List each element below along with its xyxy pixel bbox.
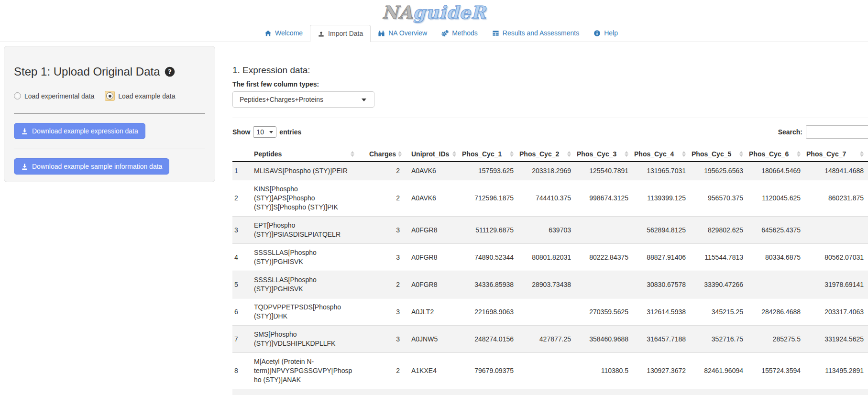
- search-input[interactable]: [806, 125, 868, 139]
- value-cell: 125540.7891: [574, 162, 631, 180]
- value-cell: 352716.75: [689, 326, 746, 353]
- value-cell: 511129.6875: [459, 217, 516, 244]
- radio-circle-checked[interactable]: [106, 92, 113, 99]
- expression-table: PeptidesChargesUniprot_IDsPhos_Cyc_1Phos…: [232, 147, 868, 389]
- peptide-cell: M[Acetyl (Protein N-term)]NPVYSPGSSGVPY[…: [252, 353, 366, 389]
- section-title: 1. Expression data:: [232, 65, 868, 76]
- table-controls: Show 10 entries Search:: [232, 125, 868, 139]
- download-sample-information-button[interactable]: Download example sample information data: [14, 158, 169, 175]
- value-cell: 110380.5: [574, 353, 631, 389]
- table-row[interactable]: 1MLISAVS[Phospho (STY)]PEIR2A0AVK6157593…: [232, 162, 868, 180]
- value-cell: 248274.0156: [459, 326, 516, 353]
- show-label: Show: [232, 128, 250, 136]
- charge-cell: 3: [366, 298, 404, 326]
- tab-results-assessments[interactable]: Results and Assessments: [485, 25, 586, 42]
- value-cell: 113495.2891: [803, 353, 868, 389]
- value-cell: 157593.625: [459, 162, 516, 180]
- upload-icon: [318, 30, 325, 37]
- column-header-Peptides[interactable]: Peptides: [252, 147, 366, 162]
- column-header-Phos_Cyc_5[interactable]: Phos_Cyc_5: [689, 147, 746, 162]
- table-row[interactable]: 5SSSSLLAS[Phospho (STY)]PGHISVK2A0FGR834…: [232, 271, 868, 298]
- logo-part-guider: guideR: [413, 2, 486, 23]
- radio-circle[interactable]: [14, 92, 21, 99]
- table-row[interactable]: 6TQDPVPPETPSDS[Phospho (STY)]DHK3A0JLT22…: [232, 298, 868, 326]
- page-length-select[interactable]: 10: [253, 126, 276, 138]
- value-cell: 203317.4063: [803, 298, 868, 326]
- uniprot-cell: A0FGR8: [404, 217, 459, 244]
- sort-icon: [351, 151, 354, 157]
- column-types-label: The first few column types:: [232, 80, 868, 88]
- column-header-Charges[interactable]: Charges: [366, 147, 404, 162]
- value-cell: 427877.25: [516, 326, 574, 353]
- chevron-down-icon: [362, 99, 366, 101]
- uniprot-cell: A0AVK6: [404, 162, 459, 180]
- column-types-select[interactable]: Peptides+Charges+Proteins: [232, 91, 374, 108]
- logo-part-na: NA: [382, 2, 413, 23]
- svg-text:?: ?: [168, 68, 172, 76]
- value-cell: 28903.73438: [516, 271, 574, 298]
- value-cell: 645625.4375: [746, 217, 803, 244]
- value-cell: 195625.6563: [689, 162, 746, 180]
- value-cell: 712596.1875: [459, 180, 516, 217]
- charge-cell: 3: [366, 217, 404, 244]
- column-header-label: Phos_Cyc_4: [634, 150, 674, 158]
- column-header-Phos_Cyc_2[interactable]: Phos_Cyc_2: [516, 147, 574, 162]
- question-circle-icon[interactable]: ?: [165, 66, 175, 77]
- tab-help[interactable]: Help: [586, 25, 625, 42]
- tab-label: Welcome: [275, 29, 303, 37]
- tab-import-data[interactable]: Import Data: [310, 25, 371, 42]
- table-row[interactable]: 2KINS[Phospho (STY)]APS[Phospho (STY)]S[…: [232, 180, 868, 217]
- home-icon: [264, 30, 272, 37]
- column-header-label: Phos_Cyc_5: [692, 150, 731, 158]
- column-header-label: Peptides: [254, 150, 282, 158]
- column-header-index: [232, 147, 252, 162]
- table-row[interactable]: 7SMS[Phospho (STY)]VDLSHIPLKDPLLFK3A0JNW…: [232, 326, 868, 353]
- search-control: Search:: [778, 125, 868, 139]
- column-header-label: Charges: [369, 150, 396, 158]
- column-header-Phos_Cyc_4[interactable]: Phos_Cyc_4: [631, 147, 689, 162]
- nav-tabbar: Welcome Import Data NA Overview: [0, 25, 868, 42]
- uniprot-cell: A0AVK6: [404, 180, 459, 217]
- sort-icon: [860, 151, 864, 157]
- sidebar-divider: [14, 113, 205, 114]
- column-header-label: Uniprot_IDs: [411, 150, 449, 158]
- info-icon: [593, 30, 601, 37]
- value-cell: 155724.3594: [746, 353, 803, 389]
- table-row[interactable]: 3EPT[Phospho (STY)]PSIASDISLPIATQELR3A0F…: [232, 217, 868, 244]
- tab-methods[interactable]: Methods: [434, 25, 485, 42]
- column-header-Phos_Cyc_6[interactable]: Phos_Cyc_6: [746, 147, 803, 162]
- value-cell: 203318.2969: [516, 162, 574, 180]
- value-cell: 82461.96094: [689, 353, 746, 389]
- column-header-Uniprot_IDs[interactable]: Uniprot_IDs: [404, 147, 459, 162]
- tab-welcome[interactable]: Welcome: [257, 25, 310, 42]
- radio-label: Load example data: [118, 92, 175, 100]
- data-source-radio-group: Load experimental data Load example data: [14, 91, 205, 101]
- tab-label: Help: [604, 29, 618, 37]
- sort-icon: [682, 151, 686, 157]
- value-cell: 148941.4688: [803, 162, 868, 180]
- uniprot-cell: A0JLT2: [404, 298, 459, 326]
- value-cell: 1139399.125: [631, 180, 689, 217]
- download-expression-data-button[interactable]: Download example expression data: [14, 123, 145, 139]
- radio-load-experimental-data[interactable]: Load experimental data: [14, 92, 94, 100]
- value-cell: 30830.67578: [631, 271, 689, 298]
- table-row[interactable]: 4SSSSLLAS[Phospho (STY)]PGHISVK3A0FGR874…: [232, 244, 868, 271]
- uniprot-cell: A1KXE4: [404, 353, 459, 389]
- entries-label: entries: [279, 128, 301, 136]
- charge-cell: 2: [366, 180, 404, 217]
- radio-load-example-data[interactable]: Load example data: [105, 91, 175, 101]
- column-header-Phos_Cyc_1[interactable]: Phos_Cyc_1: [459, 147, 516, 162]
- sort-icon: [625, 151, 628, 157]
- peptide-cell: MLISAVS[Phospho (STY)]PEIR: [252, 162, 366, 180]
- search-label: Search:: [778, 128, 802, 136]
- column-header-Phos_Cyc_7[interactable]: Phos_Cyc_7: [803, 147, 868, 162]
- tab-label: Import Data: [328, 30, 363, 37]
- column-header-Phos_Cyc_3[interactable]: Phos_Cyc_3: [574, 147, 631, 162]
- uniprot-cell: A0FGR8: [404, 271, 459, 298]
- radio-focus-ring: [105, 91, 115, 101]
- expression-table-body: 1MLISAVS[Phospho (STY)]PEIR2A0AVK6157593…: [232, 162, 868, 389]
- table-row[interactable]: 8M[Acetyl (Protein N-term)]NPVYSPGSSGVPY…: [232, 353, 868, 389]
- value-cell: 562894.8125: [631, 217, 689, 244]
- radio-dot: [109, 95, 111, 98]
- tab-na-overview[interactable]: NA Overview: [371, 25, 434, 42]
